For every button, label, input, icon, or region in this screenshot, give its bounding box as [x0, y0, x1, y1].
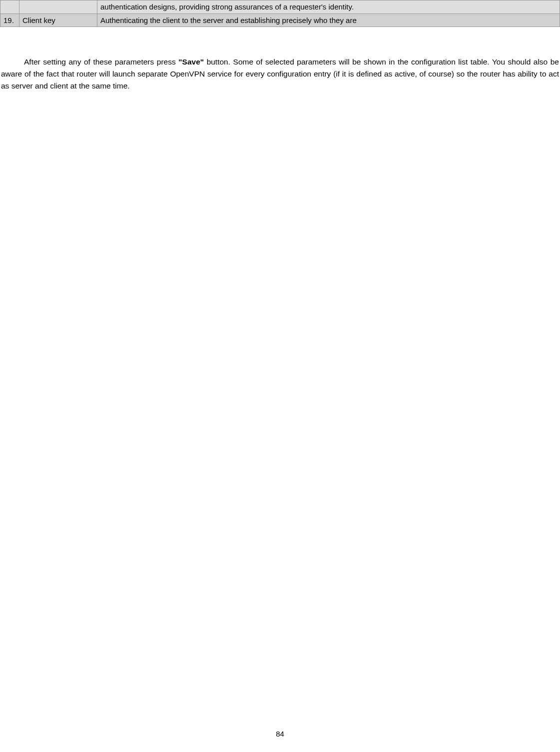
table-row: authentication designs, providing strong… [0, 0, 560, 14]
cell-desc: Authenticating the client to the server … [97, 14, 560, 27]
page-number: 84 [0, 730, 560, 738]
cell-name: Client key [19, 14, 97, 27]
parameter-table: authentication designs, providing strong… [0, 0, 560, 27]
cell-num: 19. [0, 14, 19, 27]
cell-name [19, 0, 97, 14]
para-part1: After setting any of these parameters pr… [24, 58, 178, 66]
page-container: authentication designs, providing strong… [0, 0, 560, 752]
body-paragraph: After setting any of these parameters pr… [0, 56, 560, 92]
table-row: 19. Client key Authenticating the client… [0, 14, 560, 27]
para-bold: "Save" [178, 58, 204, 66]
cell-num [0, 0, 19, 14]
cell-desc: authentication designs, providing strong… [97, 0, 560, 14]
